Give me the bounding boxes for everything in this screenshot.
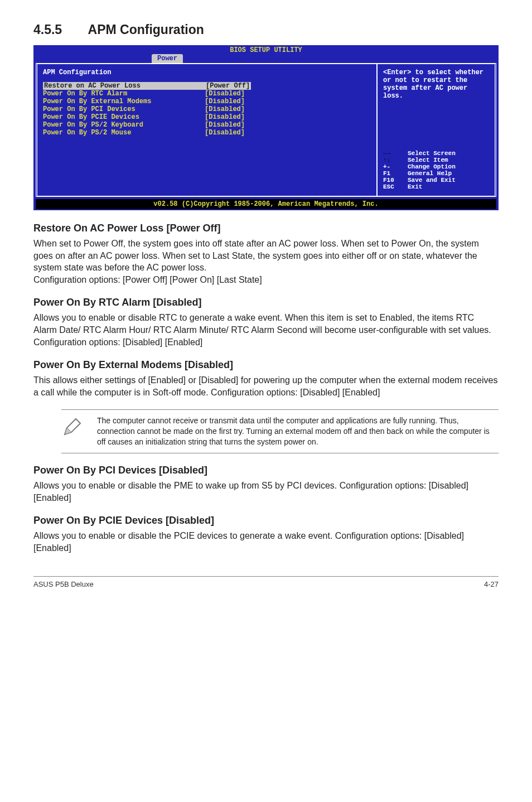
bios-setting-value: [Disabled] — [205, 90, 245, 98]
bios-key-name: F1 — [383, 170, 408, 177]
bios-key-row: F10Save and Exit — [383, 177, 491, 183]
bios-key-name — [383, 157, 408, 163]
bios-key-row: Select Screen — [383, 150, 491, 157]
bios-key-name — [383, 150, 408, 157]
bios-copyright: v02.58 (C)Copyright 1985-2006, American … — [36, 199, 496, 209]
bios-setting-row[interactable]: Power On By External Modems[Disabled] — [43, 98, 371, 105]
bios-key-label: General Help — [408, 170, 452, 177]
bios-setting-value: [Disabled] — [205, 129, 245, 137]
bios-key-name: F10 — [383, 177, 408, 183]
bios-setting-row[interactable]: Power On By PS/2 Keyboard[Disabled] — [43, 121, 371, 129]
bios-tab-power[interactable]: Power — [152, 54, 183, 63]
bios-key-row: +-Change Option — [383, 163, 491, 170]
bios-setting-name: Power On By PCIE Devices — [43, 113, 205, 121]
bios-settings-panel: APM Configuration Restore on AC Power Lo… — [37, 64, 378, 196]
bios-key-name: ESC — [383, 183, 408, 190]
item-body: Allows you to enable or disable RTC to g… — [33, 312, 499, 348]
bios-window: BIOS SETUP UTILITY Power APM Configurati… — [33, 45, 499, 210]
bios-key-name: +- — [383, 163, 408, 170]
bios-key-row: Select Item — [383, 157, 491, 163]
bios-key-label: Save and Exit — [408, 177, 456, 183]
arrows-up-down-icon — [383, 157, 390, 163]
item-body: Allows you to enable or disable the PME … — [33, 480, 499, 504]
item-body: Allows you to enable or disable the PCIE… — [33, 530, 499, 554]
item-heading: Restore On AC Power Loss [Power Off] — [33, 223, 499, 234]
page-section-heading: 4.5.5 APM Configuration — [33, 22, 499, 37]
note-text: The computer cannot receive or transmit … — [97, 416, 499, 447]
bios-setting-value: [Disabled] — [205, 105, 245, 113]
page-footer: ASUS P5B Deluxe 4-27 — [33, 576, 499, 588]
bios-setting-name: Power On By PS/2 Mouse — [43, 129, 205, 137]
bios-setting-row[interactable]: Power On By PS/2 Mouse[Disabled] — [43, 129, 371, 137]
bios-setting-name: Power On By RTC Alarm — [43, 90, 205, 98]
bios-body: APM Configuration Restore on AC Power Lo… — [36, 63, 496, 197]
bios-key-label: Change Option — [408, 163, 456, 170]
bios-key-label: Select Screen — [408, 150, 456, 157]
bios-setting-row[interactable]: Power On By PCIE Devices[Disabled] — [43, 113, 371, 121]
item-heading: Power On By PCIE Devices [Disabled] — [33, 515, 499, 526]
bios-setting-name: Power On By PCI Devices — [43, 105, 205, 113]
note-block: The computer cannot receive or transmit … — [61, 409, 499, 453]
bios-title: BIOS SETUP UTILITY — [36, 46, 496, 54]
bios-setting-value: [Power Off] — [205, 82, 251, 90]
footer-right: 4-27 — [484, 580, 499, 588]
item-heading: Power On By RTC Alarm [Disabled] — [33, 297, 499, 308]
bios-setting-name: Power On By External Modems — [43, 98, 205, 105]
section-number: 4.5.5 — [33, 22, 85, 37]
bios-help-text: <Enter> to select whether or not to rest… — [383, 69, 491, 100]
bios-key-label: Exit — [408, 183, 422, 190]
bios-setting-value: [Disabled] — [205, 113, 245, 121]
footer-left: ASUS P5B Deluxe — [33, 580, 94, 588]
item-heading: Power On By External Modems [Disabled] — [33, 359, 499, 371]
bios-key-row: F1General Help — [383, 170, 491, 177]
bios-setting-name: Power On By PS/2 Keyboard — [43, 121, 205, 129]
bios-setting-row[interactable]: Restore on AC Power Loss[Power Off] — [43, 82, 371, 90]
section-title: APM Configuration — [88, 22, 204, 37]
bios-setting-value: [Disabled] — [205, 98, 245, 105]
bios-key-label: Select Item — [408, 157, 448, 163]
bios-section-label: APM Configuration — [43, 69, 371, 76]
bios-title-bar: BIOS SETUP UTILITY Power — [33, 45, 499, 63]
item-heading: Power On By PCI Devices [Disabled] — [33, 465, 499, 476]
bios-setting-row[interactable]: Power On By RTC Alarm[Disabled] — [43, 90, 371, 98]
arrows-left-right-icon — [383, 150, 390, 157]
bios-setting-row[interactable]: Power On By PCI Devices[Disabled] — [43, 105, 371, 113]
item-body: This allows either settings of [Enabled]… — [33, 374, 499, 398]
bios-key-legend: Select ScreenSelect Item+-Change OptionF… — [383, 150, 491, 190]
pencil-note-icon — [61, 416, 84, 438]
bios-setting-name: Restore on AC Power Loss — [43, 82, 205, 90]
bios-key-row: ESCExit — [383, 183, 491, 190]
bios-help-panel: <Enter> to select whether or not to rest… — [378, 64, 495, 196]
bios-setting-value: [Disabled] — [205, 121, 245, 129]
item-body: When set to Power Off, the system goes i… — [33, 238, 499, 286]
